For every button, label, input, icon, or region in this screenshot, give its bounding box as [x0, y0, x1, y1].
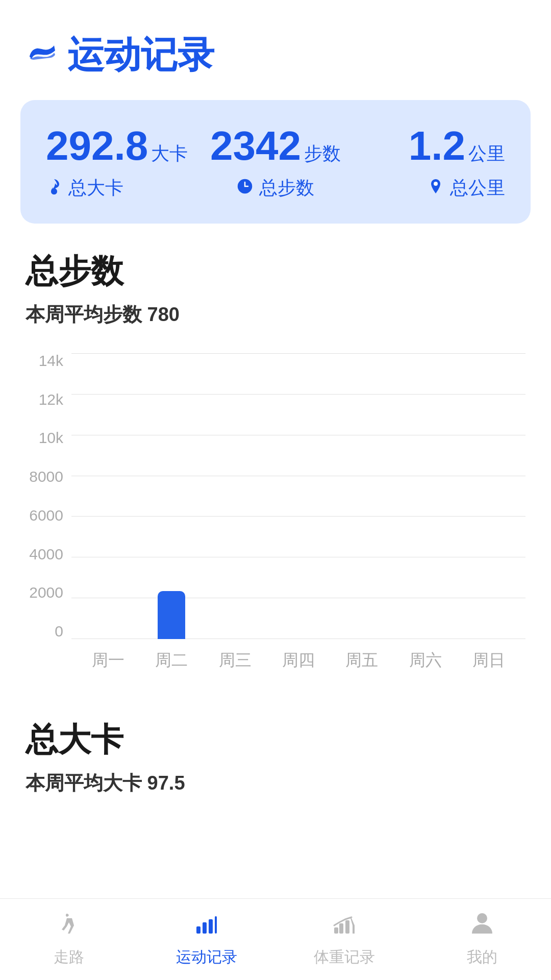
nav-label-exercise: 运动记录	[176, 947, 237, 968]
x-label-5: 周六	[393, 649, 457, 672]
steps-label: 总步数	[259, 176, 314, 201]
chart-grid	[71, 353, 525, 639]
nav-item-exercise[interactable]: 运动记录	[138, 911, 276, 968]
y-label-14k: 14k	[26, 353, 63, 369]
bottom-nav: 走路 运动记录 体重记录	[0, 898, 551, 980]
calories-section-title: 总大卡	[26, 718, 525, 762]
x-label-1: 周二	[140, 649, 203, 672]
svg-rect-7	[339, 923, 343, 934]
clock-icon	[237, 178, 253, 199]
nav-label-weight: 体重记录	[314, 947, 375, 968]
x-label-0: 周一	[77, 649, 140, 672]
y-axis: 0 2000 4000 6000 8000 10k 12k 14k	[26, 353, 71, 639]
nav-item-walking[interactable]: 走路	[0, 911, 138, 968]
bar-1	[140, 591, 203, 639]
page-header: 运动记录	[0, 0, 551, 95]
steps-chart: 0 2000 4000 6000 8000 10k 12k 14k	[26, 353, 525, 672]
calories-section: 总大卡 本周平均大卡 97.5	[0, 718, 551, 914]
svg-point-1	[434, 182, 438, 186]
nav-item-profile[interactable]: 我的	[413, 911, 551, 968]
exercise-icon	[194, 911, 219, 942]
distance-label: 总公里	[450, 176, 505, 201]
svg-rect-5	[215, 916, 217, 934]
nav-label-walking: 走路	[54, 947, 84, 968]
y-label-12k: 12k	[26, 392, 63, 407]
page-title: 运动记录	[67, 31, 214, 80]
y-label-10k: 10k	[26, 430, 63, 446]
svg-rect-2	[196, 926, 201, 934]
svg-rect-6	[334, 927, 338, 934]
svg-rect-3	[203, 922, 207, 934]
svg-rect-4	[209, 919, 213, 934]
y-label-6000: 6000	[26, 508, 63, 523]
steps-value: 2342	[210, 126, 301, 166]
header-shoe-icon	[26, 35, 58, 76]
y-label-8000: 8000	[26, 469, 63, 484]
x-labels: 周一周二周三周四周五周六周日	[71, 639, 525, 672]
x-label-2: 周三	[204, 649, 267, 672]
nav-item-weight[interactable]: 体重记录	[276, 911, 413, 968]
steps-section: 总步数 本周平均步数 780 0 2000 4000 6000 8000 10k…	[0, 249, 551, 718]
steps-unit: 步数	[304, 141, 341, 166]
stats-card: 292.8 大卡 总大卡 2342 步数 总步数 1.2 公里	[20, 100, 531, 224]
stat-calories: 292.8 大卡 总大卡	[46, 126, 199, 201]
distance-unit: 公里	[468, 141, 505, 166]
steps-section-title: 总步数	[26, 249, 525, 293]
x-label-6: 周日	[457, 649, 520, 672]
y-label-0: 0	[26, 624, 63, 639]
walking-icon	[57, 911, 81, 942]
calories-unit: 大卡	[151, 141, 188, 166]
y-label-2000: 2000	[26, 585, 63, 600]
bars-row	[71, 353, 525, 639]
y-label-4000: 4000	[26, 547, 63, 562]
stat-distance: 1.2 公里 总公里	[352, 126, 505, 201]
x-label-4: 周五	[330, 649, 393, 672]
nav-label-profile: 我的	[467, 947, 497, 968]
weight-icon	[332, 911, 357, 942]
steps-section-subtitle: 本周平均步数 780	[26, 302, 525, 328]
svg-rect-8	[345, 920, 349, 934]
flame-icon	[46, 178, 62, 199]
distance-value: 1.2	[409, 126, 465, 166]
svg-point-9	[477, 913, 487, 923]
calories-label: 总大卡	[68, 176, 123, 201]
calories-section-subtitle: 本周平均大卡 97.5	[26, 770, 525, 796]
location-icon	[428, 178, 444, 199]
profile-icon	[470, 911, 494, 942]
calories-value: 292.8	[46, 126, 148, 166]
stat-steps: 2342 步数 总步数	[199, 126, 352, 201]
x-label-3: 周四	[267, 649, 330, 672]
